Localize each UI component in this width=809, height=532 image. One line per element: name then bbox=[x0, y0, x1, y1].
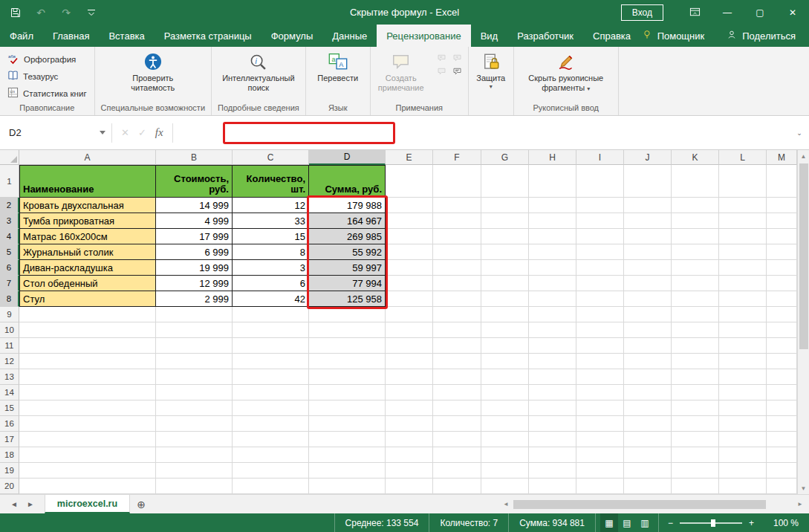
cell-D10[interactable] bbox=[309, 322, 386, 338]
cell-L6[interactable] bbox=[719, 260, 767, 276]
cell-E7[interactable] bbox=[386, 276, 433, 291]
cell-J20[interactable] bbox=[624, 479, 672, 494]
cell-F20[interactable] bbox=[433, 479, 481, 494]
cell-H9[interactable] bbox=[529, 307, 576, 322]
cell-L4[interactable] bbox=[719, 229, 767, 244]
cell-C8[interactable]: 42 bbox=[233, 291, 309, 307]
ribbon-tab-вставка[interactable]: Вставка bbox=[99, 25, 154, 47]
cell-F4[interactable] bbox=[433, 229, 481, 244]
cell-K9[interactable] bbox=[672, 307, 719, 322]
cell-J14[interactable] bbox=[624, 385, 672, 400]
cell-B16[interactable] bbox=[156, 416, 233, 432]
cell-K14[interactable] bbox=[672, 385, 719, 400]
cell-A16[interactable] bbox=[19, 416, 156, 432]
column-header-I[interactable]: I bbox=[576, 150, 624, 165]
cell-M4[interactable] bbox=[767, 229, 797, 244]
ribbon-tab-главная[interactable]: Главная bbox=[43, 25, 99, 47]
cell-C20[interactable] bbox=[233, 479, 309, 494]
cell-I19[interactable] bbox=[576, 463, 624, 479]
check-accessibility-button[interactable]: Проверить читаемость bbox=[97, 47, 209, 93]
ribbon-display-options-icon[interactable] bbox=[678, 0, 711, 25]
cell-D7[interactable]: 77 994 bbox=[309, 276, 386, 291]
expand-formula-bar-icon[interactable]: ⌄ bbox=[790, 129, 809, 137]
zoom-level[interactable]: 100 % bbox=[763, 513, 809, 532]
cell-B17[interactable] bbox=[156, 432, 233, 447]
select-all-corner[interactable] bbox=[0, 150, 19, 165]
zoom-out-button[interactable]: − bbox=[668, 518, 673, 528]
cell-J19[interactable] bbox=[624, 463, 672, 479]
cell-C9[interactable] bbox=[233, 307, 309, 322]
cell-B15[interactable] bbox=[156, 400, 233, 416]
cell-K12[interactable] bbox=[672, 354, 719, 369]
cell-F1[interactable] bbox=[433, 165, 481, 198]
cell-G3[interactable] bbox=[481, 213, 529, 229]
cell-L11[interactable] bbox=[719, 338, 767, 354]
ribbon-tab-справка[interactable]: Справка bbox=[583, 25, 640, 47]
cell-I12[interactable] bbox=[576, 354, 624, 369]
column-header-C[interactable]: C bbox=[233, 150, 309, 165]
cell-G9[interactable] bbox=[481, 307, 529, 322]
cell-J9[interactable] bbox=[624, 307, 672, 322]
column-header-E[interactable]: E bbox=[386, 150, 433, 165]
cell-C15[interactable] bbox=[233, 400, 309, 416]
cell-J6[interactable] bbox=[624, 260, 672, 276]
cell-A11[interactable] bbox=[19, 338, 156, 354]
cell-K17[interactable] bbox=[672, 432, 719, 447]
cell-H13[interactable] bbox=[529, 369, 576, 385]
cell-J15[interactable] bbox=[624, 400, 672, 416]
cell-A1[interactable]: Наименование bbox=[19, 165, 156, 198]
cell-B14[interactable] bbox=[156, 385, 233, 400]
cell-B20[interactable] bbox=[156, 479, 233, 494]
cell-C10[interactable] bbox=[233, 322, 309, 338]
cell-G7[interactable] bbox=[481, 276, 529, 291]
cell-H17[interactable] bbox=[529, 432, 576, 447]
show-hide-comment-icon[interactable] bbox=[436, 66, 448, 77]
cell-K2[interactable] bbox=[672, 198, 719, 213]
new-comment-button[interactable]: Создать примечание bbox=[371, 47, 432, 93]
scroll-down-icon[interactable]: ▼ bbox=[798, 482, 809, 494]
hide-ink-button[interactable]: Скрыть рукописные фрагменты ▾ bbox=[514, 47, 618, 93]
page-layout-view-button[interactable]: ▤ bbox=[618, 513, 636, 532]
cell-C18[interactable] bbox=[233, 447, 309, 463]
cell-L16[interactable] bbox=[719, 416, 767, 432]
cell-M9[interactable] bbox=[767, 307, 797, 322]
cell-C19[interactable] bbox=[233, 463, 309, 479]
cell-L18[interactable] bbox=[719, 447, 767, 463]
cell-I15[interactable] bbox=[576, 400, 624, 416]
horizontal-scrollbar[interactable]: ◄ ► bbox=[497, 495, 809, 513]
cell-E16[interactable] bbox=[386, 416, 433, 432]
cell-K11[interactable] bbox=[672, 338, 719, 354]
cell-H8[interactable] bbox=[529, 291, 576, 307]
ribbon-tab-файл[interactable]: Файл bbox=[0, 25, 43, 47]
cell-M20[interactable] bbox=[767, 479, 797, 494]
cell-A7[interactable]: Стол обеденный bbox=[19, 276, 156, 291]
cell-H15[interactable] bbox=[529, 400, 576, 416]
cell-C12[interactable] bbox=[233, 354, 309, 369]
cell-L5[interactable] bbox=[719, 244, 767, 260]
cell-D6[interactable]: 59 997 bbox=[309, 260, 386, 276]
cell-B12[interactable] bbox=[156, 354, 233, 369]
cell-H1[interactable] bbox=[529, 165, 576, 198]
spelling-button[interactable]: абв Орфография bbox=[4, 51, 79, 67]
cell-J16[interactable] bbox=[624, 416, 672, 432]
cell-D5[interactable]: 55 992 bbox=[309, 244, 386, 260]
row-header-4[interactable]: 4 bbox=[0, 229, 19, 244]
cell-B1[interactable]: Стоимость, руб. bbox=[156, 165, 233, 198]
cell-J3[interactable] bbox=[624, 213, 672, 229]
cell-M6[interactable] bbox=[767, 260, 797, 276]
cell-F16[interactable] bbox=[433, 416, 481, 432]
minimize-button[interactable]: — bbox=[711, 0, 744, 25]
vertical-scroll-thumb[interactable] bbox=[799, 163, 808, 349]
sheet-tab-microexcel[interactable]: microexcel.ru bbox=[45, 495, 130, 513]
thesaurus-button[interactable]: Тезаурус bbox=[4, 68, 61, 84]
cell-L20[interactable] bbox=[719, 479, 767, 494]
translate-button[interactable]: аA Перевести bbox=[306, 47, 370, 83]
cell-C11[interactable] bbox=[233, 338, 309, 354]
cell-A15[interactable] bbox=[19, 400, 156, 416]
cell-C4[interactable]: 15 bbox=[233, 229, 309, 244]
sign-in-button[interactable]: Вход bbox=[621, 4, 663, 21]
cell-D3[interactable]: 164 967 bbox=[309, 213, 386, 229]
cell-H5[interactable] bbox=[529, 244, 576, 260]
cell-L12[interactable] bbox=[719, 354, 767, 369]
cell-M18[interactable] bbox=[767, 447, 797, 463]
